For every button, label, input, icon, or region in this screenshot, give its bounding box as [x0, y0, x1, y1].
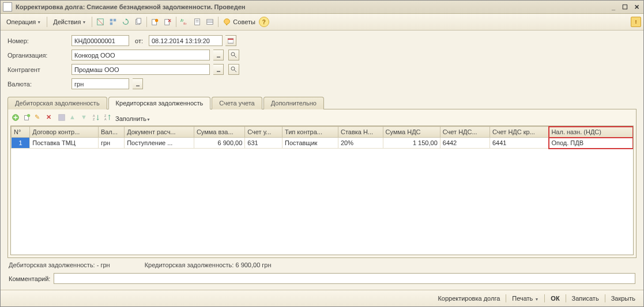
dt-kt-icon[interactable]: ДтКт	[179, 16, 190, 28]
col-taxdest[interactable]: Нал. назн. (НДС)	[549, 127, 633, 138]
warning-icon[interactable]: !	[631, 17, 641, 27]
col-acct[interactable]: Счет у...	[245, 127, 283, 138]
save-button[interactable]: Записать	[570, 295, 601, 302]
col-currency[interactable]: Вал...	[98, 127, 124, 138]
cell-acct: 631	[245, 138, 283, 149]
tab-additional[interactable]: Дополнительно	[263, 97, 324, 109]
copy-icon[interactable]	[133, 16, 144, 28]
svg-text:Кт: Кт	[184, 22, 187, 25]
table-row[interactable]: 1 Поставка ТМЦ грн Поступление ... 6 900…	[12, 138, 633, 149]
advice-button[interactable]: Советы	[221, 17, 257, 27]
refresh-icon[interactable]	[120, 16, 131, 28]
col-vat[interactable]: Сумма НДС	[383, 127, 440, 138]
col-type[interactable]: Тип контра...	[282, 127, 338, 138]
org-ellipsis-button[interactable]: ...	[213, 50, 224, 60]
currency-input[interactable]: грн	[71, 78, 129, 89]
window: Корректировка долга: Списание безнадежно…	[0, 0, 644, 307]
sort-asc-icon[interactable]: AZ	[92, 113, 103, 124]
cell-vatacct2: 6441	[490, 138, 549, 149]
svg-rect-2	[114, 19, 116, 21]
close-button[interactable]: Закрыть	[609, 295, 638, 302]
cell-n: 1	[12, 138, 30, 149]
minimize-button[interactable]: _	[609, 3, 618, 11]
tab-accounts[interactable]: Счета учета	[212, 97, 262, 109]
document-icon	[3, 2, 12, 12]
print-button[interactable]: Печать ▼	[510, 295, 541, 302]
col-n[interactable]: N°	[12, 127, 30, 138]
maximize-button[interactable]: ☐	[620, 3, 630, 11]
col-sum[interactable]: Сумма вза...	[194, 127, 244, 138]
from-label: от:	[135, 37, 143, 44]
org-input[interactable]: Конкорд ООО	[71, 50, 210, 60]
date-input[interactable]: 08.12.2014 13:19:20	[149, 35, 223, 46]
window-title: Корректировка долга: Списание безнадежно…	[16, 3, 605, 10]
counterparty-ellipsis-button[interactable]: ...	[213, 64, 224, 75]
comment-label: Комментарий:	[9, 275, 50, 282]
main-toolbar: Операция▼ Действия▼ ДтКт Советы ? !	[1, 14, 643, 31]
comment-input[interactable]	[54, 273, 635, 284]
svg-line-20	[234, 55, 236, 58]
number-label: Номер:	[7, 37, 68, 44]
counterparty-label: Контрагент	[7, 66, 68, 73]
cell-vatacct1: 6442	[440, 138, 489, 149]
operation-menu[interactable]: Операция▼	[3, 17, 44, 26]
calendar-icon[interactable]	[225, 35, 236, 46]
svg-rect-3	[110, 22, 112, 25]
credit-total: Кредиторская задолженность: 6 900,00 грн	[145, 261, 272, 268]
tabs-bar: Дебиторская задолженность Кредиторская з…	[7, 96, 637, 109]
org-label: Организация:	[7, 52, 68, 59]
col-rate[interactable]: Ставка Н...	[338, 127, 383, 138]
col-contract[interactable]: Договор контр...	[30, 127, 99, 138]
cell-currency: грн	[98, 138, 124, 149]
bottom-bar: Корректировка долга Печать ▼ ОК Записать…	[1, 290, 643, 306]
tab-content: ✎ ✕ ▲ ▼ AZ ZA Заполнить▼ N°	[7, 109, 637, 258]
counterparty-input[interactable]: Продмаш ООО	[71, 64, 210, 75]
sort-desc-icon[interactable]: ZA	[104, 113, 114, 124]
cell-rate: 20%	[338, 138, 383, 149]
add-row-icon[interactable]	[12, 113, 22, 124]
fill-menu[interactable]: Заполнить▼	[115, 115, 150, 122]
form-body: Номер: КНД00000001 от: 08.12.2014 13:19:…	[1, 31, 643, 290]
tab-debit[interactable]: Дебиторская задолженность	[7, 97, 107, 109]
counterparty-search-button[interactable]	[228, 64, 239, 75]
svg-text:Z: Z	[93, 118, 95, 121]
col-vatacct2[interactable]: Счет НДС кр...	[490, 127, 549, 138]
svg-text:Z: Z	[104, 114, 107, 118]
report-icon[interactable]	[191, 16, 203, 28]
docname-link[interactable]: Корректировка долга	[435, 295, 502, 302]
post-icon[interactable]	[95, 16, 106, 28]
copy-row-icon[interactable]	[23, 113, 33, 124]
cell-sum: 6 900,00	[194, 138, 244, 149]
totals-row: Дебиторская задолженность: - грн Кредито…	[7, 258, 637, 272]
ok-button[interactable]: ОК	[548, 295, 562, 302]
help-icon[interactable]: ?	[259, 17, 269, 27]
grid: N° Договор контр... Вал... Документ расч…	[11, 126, 633, 149]
grid-header-row: N° Договор контр... Вал... Документ расч…	[12, 127, 633, 138]
move-up-icon[interactable]: ▲	[69, 113, 80, 124]
cell-taxdest: Опод. ПДВ	[549, 138, 633, 149]
delete-row-icon[interactable]: ✕	[46, 113, 57, 124]
tab-credit[interactable]: Кредиторская задолженность	[108, 97, 211, 109]
col-vatacct1[interactable]: Счет НДС...	[440, 127, 489, 138]
svg-rect-14	[207, 20, 213, 25]
save-row-icon[interactable]	[58, 113, 68, 124]
unpost-icon[interactable]	[162, 16, 174, 28]
close-window-button[interactable]: ✕	[632, 3, 641, 11]
move-down-icon[interactable]: ▼	[81, 113, 91, 124]
currency-ellipsis-button[interactable]: ...	[133, 78, 143, 89]
svg-rect-1	[110, 19, 112, 21]
edit-row-icon[interactable]: ✎	[35, 113, 45, 124]
post-and-close-icon[interactable]	[149, 16, 161, 28]
col-doc[interactable]: Документ расч...	[125, 127, 194, 138]
svg-rect-5	[137, 18, 141, 24]
svg-text:A: A	[104, 118, 107, 121]
svg-rect-18	[228, 39, 234, 40]
org-search-button[interactable]	[228, 50, 239, 60]
list-icon[interactable]	[204, 16, 216, 28]
structure-icon[interactable]	[107, 16, 119, 28]
svg-point-25	[27, 114, 30, 117]
svg-text:A: A	[93, 114, 95, 118]
number-input[interactable]: КНД00000001	[71, 35, 129, 46]
actions-menu[interactable]: Действия▼	[50, 17, 89, 26]
cell-vat: 1 150,00	[383, 138, 440, 149]
